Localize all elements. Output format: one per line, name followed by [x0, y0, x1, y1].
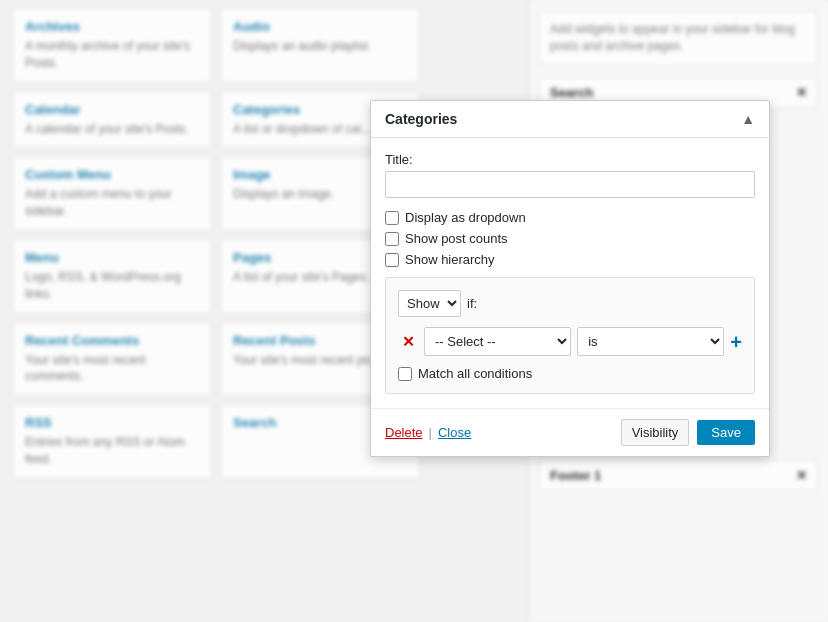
checkbox-dropdown-group: Display as dropdown	[385, 210, 755, 225]
checkbox-counts-group: Show post counts	[385, 231, 755, 246]
widget-pages-desc: A list of your site's Pages.	[233, 270, 369, 284]
widget-calendar-title: Calendar	[25, 102, 199, 117]
widget-categories-desc: A list or dropdown of cat...	[233, 122, 371, 136]
widget-custom-menu-desc: Add a custom menu to your sidebar.	[25, 187, 172, 218]
checkbox-counts[interactable]	[385, 232, 399, 246]
footer-widget-title: Footer 1	[550, 468, 601, 483]
widget-audio-title: Audio	[233, 19, 407, 34]
widget-audio-desc: Displays an audio playlist.	[233, 39, 371, 53]
widget-archives: Archives A monthly archive of your site'…	[12, 8, 212, 83]
footer-buttons: Visibility Save	[621, 419, 755, 446]
select-dropdown[interactable]: -- Select -- Option 1 Option 2	[424, 327, 571, 356]
checkbox-dropdown-label[interactable]: Display as dropdown	[385, 210, 755, 225]
collapse-arrow-icon[interactable]: ▲	[741, 111, 755, 127]
widget-rss-title: RSS	[25, 415, 199, 430]
widget-recent-comments-title: Recent Comments	[25, 333, 199, 348]
widget-calendar-desc: A calendar of your site's Posts.	[25, 122, 189, 136]
add-condition-button[interactable]: +	[730, 332, 742, 352]
delete-button[interactable]: Delete	[385, 425, 423, 440]
footer-widget-box: Footer 1 ✕	[539, 459, 818, 492]
delete-condition-icon[interactable]: ✕	[398, 332, 418, 352]
widget-custom-menu-title: Custom Menu	[25, 167, 199, 182]
widget-rss-desc: Entries from any RSS or Atom feed.	[25, 435, 185, 466]
match-all-label: Match all conditions	[418, 366, 532, 381]
widget-image-desc: Displays an image.	[233, 187, 334, 201]
save-button[interactable]: Save	[697, 420, 755, 445]
condition-show-row: Show if:	[398, 290, 742, 317]
widget-archives-title: Archives	[25, 19, 199, 34]
title-field-group: Title:	[385, 152, 755, 198]
modal-header: Categories ▲	[371, 101, 769, 138]
right-panel-desc: Add widgets to appear in your sidebar fo…	[550, 21, 807, 55]
widget-rss: RSS Entries from any RSS or Atom feed.	[12, 404, 212, 479]
checkbox-hierarchy-group: Show hierarchy	[385, 252, 755, 267]
modal-footer: Delete | Close Visibility Save	[371, 408, 769, 456]
widget-menu-desc: Logo, RSS, & WordPress.org links.	[25, 270, 181, 301]
footer-separator: |	[429, 425, 432, 440]
checkbox-dropdown[interactable]	[385, 211, 399, 225]
footer-widget-close: ✕	[796, 468, 807, 483]
widget-menu-title: Menu	[25, 250, 199, 265]
modal-body: Title: Display as dropdown Show post cou…	[371, 138, 769, 408]
footer-links: Delete | Close	[385, 425, 471, 440]
checkbox-dropdown-text: Display as dropdown	[405, 210, 526, 225]
condition-select-row: ✕ -- Select -- Option 1 Option 2 is is n…	[398, 327, 742, 356]
categories-modal: Categories ▲ Title: Display as dropdown …	[370, 100, 770, 457]
checkbox-counts-text: Show post counts	[405, 231, 508, 246]
show-select[interactable]: Show	[398, 290, 461, 317]
widget-custom-menu: Custom Menu Add a custom menu to your si…	[12, 156, 212, 231]
condition-block: Show if: ✕ -- Select -- Option 1 Option …	[385, 277, 755, 394]
widget-archives-desc: A monthly archive of your site's Posts.	[25, 39, 190, 70]
widget-recent-posts-desc: Your site's most recent posts.	[233, 353, 389, 367]
visibility-button[interactable]: Visibility	[621, 419, 690, 446]
widget-recent-comments: Recent Comments Your site's most recent …	[12, 322, 212, 397]
widget-recent-comments-desc: Your site's most recent comments.	[25, 353, 146, 384]
widget-audio: Audio Displays an audio playlist.	[220, 8, 420, 83]
checkbox-hierarchy-text: Show hierarchy	[405, 252, 495, 267]
is-select[interactable]: is is not	[577, 327, 724, 356]
modal-title: Categories	[385, 111, 457, 127]
widget-menu: Menu Logo, RSS, & WordPress.org links.	[12, 239, 212, 314]
checkbox-hierarchy-label[interactable]: Show hierarchy	[385, 252, 755, 267]
checkbox-counts-label[interactable]: Show post counts	[385, 231, 755, 246]
right-panel-info: Add widgets to appear in your sidebar fo…	[539, 10, 818, 66]
close-button[interactable]: Close	[438, 425, 471, 440]
checkbox-hierarchy[interactable]	[385, 253, 399, 267]
widget-calendar: Calendar A calendar of your site's Posts…	[12, 91, 212, 149]
if-label: if:	[467, 296, 477, 311]
search-widget-close: ✕	[796, 85, 807, 100]
match-all-checkbox[interactable]	[398, 367, 412, 381]
title-label: Title:	[385, 152, 755, 167]
search-widget-title: Search	[550, 85, 593, 100]
title-input[interactable]	[385, 171, 755, 198]
match-all-row: Match all conditions	[398, 366, 742, 381]
